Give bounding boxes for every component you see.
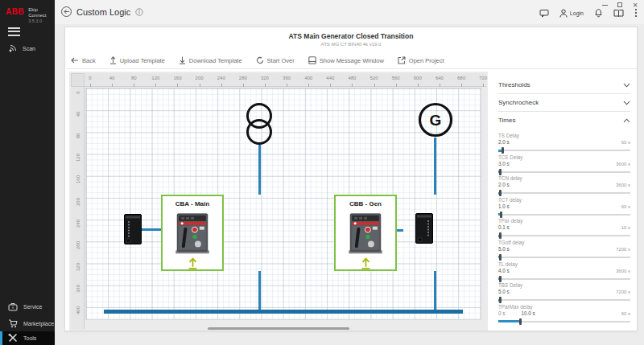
slider-thumb[interactable] — [499, 169, 502, 175]
generator-symbol[interactable]: G — [418, 102, 453, 138]
maximize-button[interactable] — [616, 2, 624, 8]
ruler-tick: 240 — [211, 76, 232, 80]
slider-tpar-delay: TPar delay 0.1 s10 s — [498, 218, 630, 240]
slider-track[interactable] — [498, 297, 630, 303]
breaker-box-cba-main[interactable]: CBA - Main — [161, 195, 224, 271]
menu-icon[interactable] — [8, 27, 20, 36]
close-button[interactable]: ✕ — [631, 2, 639, 8]
slider-track[interactable] — [498, 212, 630, 218]
transformer-symbol[interactable] — [245, 102, 274, 147]
ruler-tick: 640 — [429, 76, 450, 80]
sidebar-item-marketplace[interactable]: Marketplace — [0, 315, 55, 332]
diagram-canvas[interactable]: G — [85, 88, 481, 320]
slider-thumb[interactable] — [499, 254, 502, 261]
window-controls: ✕ — [601, 2, 639, 8]
login-button[interactable]: Login — [559, 9, 584, 18]
ruler-tick: 720 — [473, 76, 488, 80]
back-arrow-icon — [71, 57, 79, 64]
slider-track[interactable] — [498, 254, 630, 261]
back-button[interactable]: Back — [71, 57, 96, 64]
toolbar-label: Show Message Window — [320, 57, 384, 64]
chevron-up-icon — [623, 118, 630, 123]
ruler-tick: 680 — [451, 76, 472, 80]
slider-tbs-delay: TBS Delay 5.0 s7200 s — [498, 282, 630, 304]
slider-thumb[interactable] — [500, 212, 502, 218]
ekip-module-a[interactable] — [124, 214, 142, 244]
minimize-button[interactable] — [601, 2, 609, 8]
scan-icon — [8, 44, 17, 53]
section-label: Thresholds — [498, 81, 530, 88]
app-logo: ABB Ekip Connect 3.5.3.0 — [6, 7, 55, 23]
ruler-tick: 200 — [189, 76, 210, 80]
slider-track[interactable] — [498, 147, 630, 154]
sidebar: ABB Ekip Connect 3.5.3.0 Scan Service — [0, 0, 55, 345]
slider-tcn-delay: TCN delay 2.0 s3600 s — [498, 175, 630, 197]
slider-track[interactable] — [498, 318, 630, 325]
upload-icon — [109, 56, 117, 64]
ruler-tick: 440 — [320, 76, 341, 80]
upload-template-button[interactable]: Upload Template — [109, 56, 165, 64]
ruler-tick: 280 — [233, 76, 254, 80]
page-back-button[interactable] — [61, 6, 72, 17]
slider-tgoff-delay: TGoff delay 5.0 s7200 s — [498, 240, 630, 261]
bell-icon — [594, 8, 603, 18]
sidebar-item-label: Service — [23, 304, 42, 310]
slider-tct-delay: TCT delay 1.0 s60 s — [498, 197, 630, 219]
slider-track[interactable] — [498, 169, 630, 175]
book-icon — [613, 9, 624, 18]
section-synchrocheck[interactable]: Synchrocheck — [498, 94, 630, 111]
toolbar-label: Download Template — [189, 57, 242, 64]
chat-icon — [539, 9, 549, 18]
main-card: ATS Main Generator Closed Transition ATS… — [64, 27, 638, 331]
slider-thumb[interactable] — [499, 276, 502, 282]
slider-thumb[interactable] — [502, 147, 504, 154]
ruler-tick: 480 — [341, 76, 362, 80]
sidebar-item-scan[interactable]: Scan — [0, 40, 55, 57]
breaker-box-cbb-gen[interactable]: CBB - Gen — [334, 195, 397, 271]
start-over-button[interactable]: Start Over — [256, 56, 295, 64]
wire-main-bottom — [258, 271, 261, 310]
info-icon[interactable] — [135, 8, 143, 16]
chat-button[interactable] — [539, 9, 549, 18]
slider-track[interactable] — [498, 276, 630, 282]
withdrawable-arrow-icon — [187, 256, 199, 269]
notifications-button[interactable] — [594, 8, 603, 18]
section-times[interactable]: Times — [498, 112, 630, 129]
v-ruler: 04080120160200240280320360400 — [71, 87, 85, 329]
sidebar-item-tools[interactable]: Tools — [0, 331, 55, 345]
ruler-tick: 360 — [276, 76, 297, 80]
slider-thumb[interactable] — [499, 190, 502, 196]
slider-track[interactable] — [498, 190, 630, 196]
ekip-module-b[interactable] — [415, 213, 433, 244]
show-message-window-button[interactable]: Show Message Window — [308, 56, 384, 64]
message-window-icon — [308, 56, 316, 64]
download-template-button[interactable]: Download Template — [179, 56, 242, 64]
page-title: Custom Logic — [76, 7, 130, 17]
top-header: ✕ Custom Logic — [55, 0, 644, 24]
horizontal-scrollbar[interactable] — [208, 327, 349, 330]
slider-tparmax-delay: TParMax delay 0 s10.0 s60 s — [498, 304, 630, 326]
circuit-breaker-image — [346, 209, 385, 255]
generator-letter: G — [430, 112, 442, 129]
ruler-tick: 120 — [145, 76, 166, 80]
slider-thumb[interactable] — [519, 318, 522, 325]
open-project-button[interactable]: Open Project — [398, 56, 444, 64]
open-external-icon — [398, 56, 406, 64]
withdrawable-arrow-icon — [360, 256, 372, 269]
cart-icon — [8, 319, 18, 328]
section-thresholds[interactable]: Thresholds — [498, 76, 630, 93]
ruler-tick: 80 — [123, 76, 144, 80]
more-options-button[interactable] — [634, 8, 638, 18]
wire-main-top — [258, 145, 261, 195]
slider-track[interactable] — [498, 232, 630, 239]
app-window: ABB Ekip Connect 3.5.3.0 Scan Service — [0, 0, 644, 345]
sidebar-item-service[interactable]: Service — [0, 298, 55, 315]
toolbar-label: Upload Template — [120, 57, 165, 64]
slider-tl-delay: TL delay 4.0 s3600 s — [498, 261, 630, 283]
slider-thumb[interactable] — [499, 232, 502, 239]
section-label: Times — [498, 117, 515, 124]
kebab-menu-icon — [634, 8, 638, 18]
documentation-button[interactable] — [613, 9, 624, 18]
ruler-tick: 320 — [254, 76, 275, 80]
slider-thumb[interactable] — [499, 297, 502, 303]
